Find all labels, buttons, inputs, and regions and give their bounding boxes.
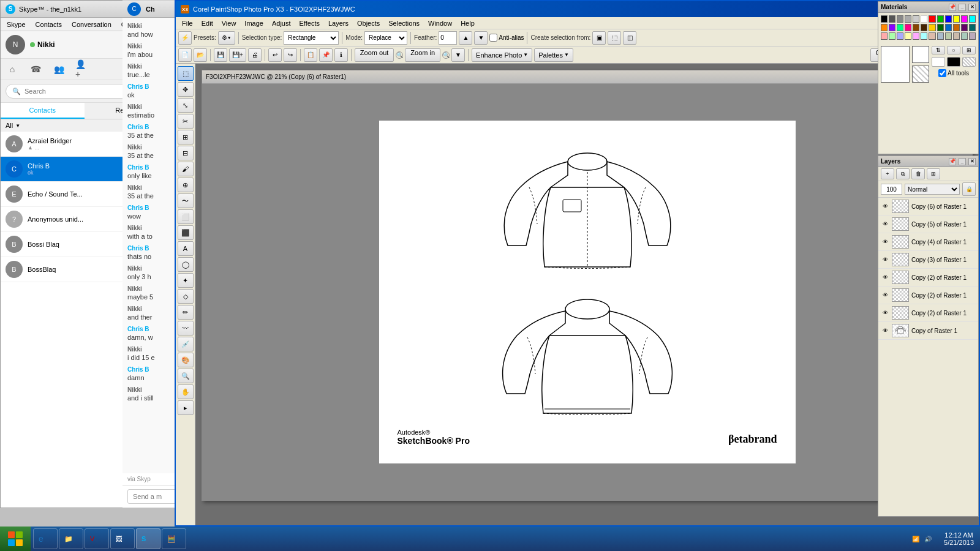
eyedropper-tool-button[interactable]: 💉 [178, 337, 194, 351]
menu-window[interactable]: Window [424, 18, 456, 28]
layers-group-button[interactable]: ⊞ [927, 168, 940, 179]
menu-adjust[interactable]: Adjust [268, 18, 295, 28]
layer-item[interactable]: 👁 Copy (4) of Raster 1 [878, 233, 978, 251]
clone-tool-button[interactable]: ⊕ [178, 178, 194, 192]
blend-mode-select[interactable]: Normal [905, 184, 960, 195]
layer-visibility-icon[interactable]: 👁 [881, 273, 889, 282]
layers-lock-button[interactable]: 🔒 [962, 182, 976, 196]
node-tool-button[interactable]: ◇ [178, 289, 194, 304]
create-sel-btn2[interactable]: ⬚ [608, 31, 621, 45]
palettes-button[interactable]: Palettes ▼ [534, 48, 573, 62]
scratch-tool-button[interactable]: 〜 [178, 193, 194, 208]
selection-tool-button[interactable]: ⬚ [178, 66, 194, 81]
all-tools-checkbox[interactable]: All tools [938, 69, 969, 77]
more-tools-button[interactable]: ▸ [178, 400, 194, 415]
feather-down[interactable]: ▼ [474, 31, 488, 45]
menu-effects[interactable]: Effects [296, 18, 323, 28]
mode-select[interactable]: Replace [364, 31, 407, 45]
taskbar-app-button[interactable]: 🖼 [110, 528, 135, 549]
black-swatch[interactable] [947, 64, 960, 67]
layer-visibility-icon[interactable]: 👁 [881, 202, 889, 211]
selection-type-select[interactable]: Rectangle [284, 31, 339, 45]
layer-item[interactable]: 👁 Copy (2) of Raster 1 [878, 287, 978, 304]
layers-minimize-button[interactable]: _ [959, 158, 966, 165]
menu-image[interactable]: Image [241, 18, 267, 28]
phone-icon[interactable]: ☎ [29, 62, 42, 76]
layer-visibility-icon[interactable]: 👁 [881, 220, 889, 228]
layer-visibility-icon[interactable]: 👁 [881, 255, 889, 264]
new-file-button[interactable]: 📄 [178, 48, 192, 62]
menu-help[interactable]: Help [457, 18, 478, 28]
preset-shapes-button[interactable]: ✦ [178, 273, 194, 288]
layer-visibility-icon[interactable]: 👁 [881, 291, 889, 299]
layer-item[interactable]: 👁 Copy (2) of Raster 1 [878, 269, 978, 287]
info-button[interactable]: ℹ [334, 48, 348, 62]
fill-tool-button[interactable]: ⬛ [178, 225, 194, 240]
presets-dropdown[interactable]: ⚙▼ [218, 31, 235, 45]
layer-item[interactable]: 👁 Copy (6) of Raster 1 [878, 198, 978, 216]
opacity-input[interactable] [881, 184, 902, 195]
create-sel-btn1[interactable]: ▣ [592, 31, 606, 45]
skype-menu-contacts[interactable]: Contacts [32, 20, 66, 29]
layer-item[interactable]: 👁 Copy (3) of Raster 1 [878, 251, 978, 269]
skype-menu-conversation[interactable]: Conversation [68, 20, 115, 29]
taskbar-calc-button[interactable]: 🧮 [162, 528, 186, 549]
menu-objects[interactable]: Objects [353, 18, 383, 28]
anti-alias-input[interactable] [489, 34, 497, 42]
print-button[interactable]: 🖨 [248, 48, 262, 62]
taskbar-media-button[interactable]: V [85, 528, 109, 549]
layer-item[interactable]: 👁 Copy (2) of Raster 1 [878, 304, 978, 322]
layers-duplicate-button[interactable]: ⧉ [896, 168, 910, 179]
feather-input[interactable] [439, 31, 457, 45]
zoom-in-button[interactable]: Zoom in [405, 48, 440, 62]
menu-view[interactable]: View [218, 18, 240, 28]
filter-dropdown-icon[interactable]: ▼ [15, 123, 20, 129]
text-tool-button[interactable]: A [178, 241, 194, 256]
taskbar-skype-button[interactable]: S [136, 528, 160, 549]
save-as-button[interactable]: 💾+ [229, 48, 246, 62]
add-person-icon[interactable]: 👤+ [75, 62, 89, 76]
straighten-tool-button[interactable]: ⊞ [178, 130, 194, 144]
color-replace-button[interactable]: 🎨 [178, 353, 194, 367]
layer-visibility-icon[interactable]: 👁 [881, 238, 889, 246]
taskbar-ie-button[interactable]: e [33, 528, 58, 549]
paint-tool-button[interactable]: 🖌 [178, 162, 194, 176]
zoom-dropdown-button[interactable]: ▼ [451, 48, 465, 62]
layers-delete-button[interactable]: 🗑 [911, 168, 925, 179]
layers-new-button[interactable]: + [881, 168, 894, 179]
menu-layers[interactable]: Layers [325, 18, 352, 28]
move-tool-button[interactable]: ✥ [178, 82, 194, 97]
presets-button[interactable]: ⚡ [178, 31, 192, 45]
eraser-tool-button[interactable]: ⬜ [178, 209, 194, 224]
deform-tool-button[interactable]: ⤡ [178, 98, 194, 113]
open-button[interactable]: 📂 [194, 48, 207, 62]
redo-button[interactable]: ↪ [284, 48, 297, 62]
zoom-out-button[interactable]: Zoom out [355, 48, 394, 62]
crop-tool-button[interactable]: ✂ [178, 114, 194, 129]
menu-file[interactable]: File [178, 18, 197, 28]
taskbar-clock[interactable]: 12:12 AM 5/21/2013 [938, 531, 980, 546]
taskbar-explorer-button[interactable]: 📁 [59, 528, 83, 549]
texture-preview[interactable] [912, 66, 929, 83]
layer-visibility-icon[interactable]: 👁 [881, 309, 889, 317]
perspective-tool-button[interactable]: ⊟ [178, 146, 194, 160]
start-button[interactable] [0, 527, 31, 551]
all-tools-input[interactable] [938, 69, 946, 77]
layers-close-button[interactable]: ✕ [968, 158, 976, 165]
undo-button[interactable]: ↩ [268, 48, 282, 62]
enhance-photo-button[interactable]: Enhance Photo ▼ [472, 48, 532, 62]
save-button[interactable]: 💾 [214, 48, 227, 62]
canvas-content[interactable]: Autodesk® SketchBook® Pro βetabrand [202, 84, 972, 500]
menu-edit[interactable]: Edit [198, 18, 217, 28]
layer-item[interactable]: 👁 Copy (5) of Raster 1 [878, 216, 978, 233]
skype-menu-skype[interactable]: Skype [3, 20, 29, 29]
white-swatch[interactable] [932, 64, 945, 67]
layer-visibility-icon[interactable]: 👁 [881, 326, 889, 335]
transparent-swatch[interactable] [962, 64, 976, 67]
pan-tool-button[interactable]: ✋ [178, 384, 194, 399]
psp-canvas-area[interactable]: F3OI2XPHF23WJWC @ 21% (Copy (6) of Raste… [195, 64, 979, 525]
warp-tool-button[interactable]: 〰 [178, 321, 194, 335]
create-sel-btn3[interactable]: ◫ [623, 31, 636, 45]
home-icon[interactable]: ⌂ [6, 62, 19, 76]
foreground-color-preview[interactable] [881, 64, 910, 83]
